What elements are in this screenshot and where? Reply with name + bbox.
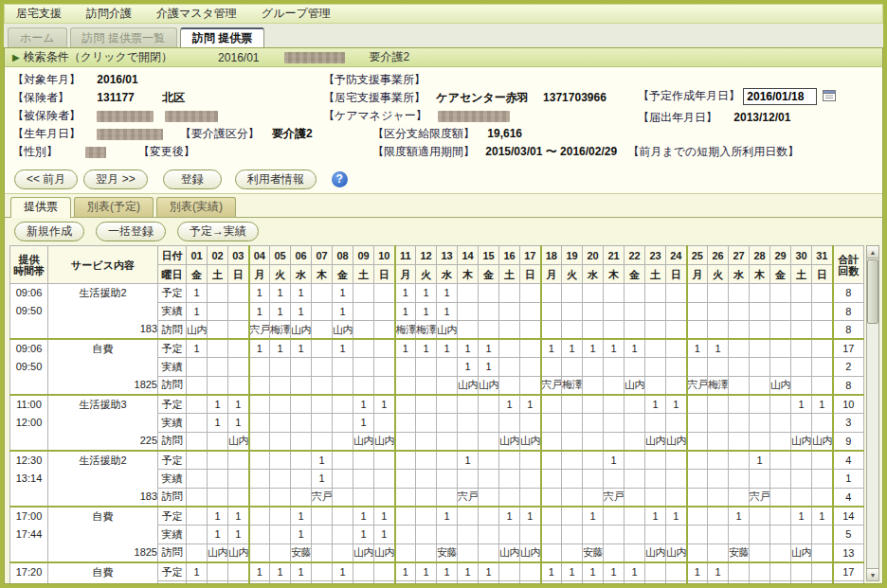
- visit-day-cell[interactable]: [437, 488, 458, 507]
- actual-day-cell[interactable]: [249, 470, 270, 489]
- actual-day-cell[interactable]: [729, 581, 750, 583]
- visit-day-cell[interactable]: [770, 321, 791, 340]
- plan-day-cell[interactable]: [312, 507, 333, 526]
- visit-day-cell[interactable]: [353, 376, 374, 395]
- visit-day-cell[interactable]: 山内: [458, 376, 479, 395]
- visit-day-cell[interactable]: 山内: [437, 321, 458, 340]
- plan-day-cell[interactable]: 1: [708, 562, 729, 581]
- visit-day-cell[interactable]: [437, 432, 458, 451]
- plan-day-cell[interactable]: [708, 507, 729, 526]
- visit-day-cell[interactable]: [228, 488, 249, 507]
- plan-day-cell[interactable]: [729, 451, 750, 470]
- actual-day-cell[interactable]: [625, 470, 645, 489]
- visit-day-cell[interactable]: [458, 432, 479, 451]
- plan-day-cell[interactable]: [520, 284, 541, 303]
- plan-day-cell[interactable]: [666, 284, 687, 303]
- plan-day-cell[interactable]: [520, 562, 541, 581]
- visit-day-cell[interactable]: 山内: [791, 543, 812, 562]
- actual-day-cell[interactable]: [583, 414, 604, 433]
- visit-day-cell[interactable]: [562, 488, 583, 507]
- actual-day-cell[interactable]: [791, 358, 812, 377]
- visit-day-cell[interactable]: 宍戸: [312, 488, 333, 507]
- actual-day-cell[interactable]: [770, 470, 791, 489]
- visit-day-cell[interactable]: [729, 432, 750, 451]
- plan-day-cell[interactable]: [791, 339, 812, 358]
- visit-day-cell[interactable]: 山内: [374, 432, 395, 451]
- visit-day-cell[interactable]: 梅澤: [708, 376, 729, 395]
- plan-day-cell[interactable]: [437, 395, 458, 414]
- plan-day-cell[interactable]: 1: [458, 451, 479, 470]
- plan-day-cell[interactable]: 1: [499, 395, 520, 414]
- visit-day-cell[interactable]: 山内: [770, 376, 791, 395]
- actual-day-cell[interactable]: [729, 414, 750, 433]
- actual-day-cell[interactable]: [604, 302, 625, 321]
- actual-day-cell[interactable]: [750, 526, 770, 544]
- plan-day-cell[interactable]: [812, 339, 833, 358]
- plan-day-cell[interactable]: [583, 395, 604, 414]
- actual-day-cell[interactable]: [291, 414, 312, 433]
- actual-day-cell[interactable]: [520, 470, 541, 489]
- actual-day-cell[interactable]: [291, 358, 312, 377]
- scrollbar-thumb[interactable]: [867, 259, 878, 324]
- visit-day-cell[interactable]: 山内: [353, 432, 374, 451]
- plan-day-cell[interactable]: [416, 395, 437, 414]
- actual-day-cell[interactable]: [479, 470, 499, 489]
- actual-day-cell[interactable]: [312, 581, 333, 583]
- tab-provision-list[interactable]: 訪問 提供票一覧: [70, 27, 177, 47]
- visit-day-cell[interactable]: [249, 432, 270, 451]
- plan-day-cell[interactable]: [208, 284, 228, 303]
- visit-day-cell[interactable]: [729, 321, 750, 340]
- visit-day-cell[interactable]: [812, 488, 833, 507]
- actual-day-cell[interactable]: 1: [291, 526, 312, 544]
- plan-day-cell[interactable]: [374, 284, 395, 303]
- actual-day-cell[interactable]: 1: [353, 414, 374, 433]
- actual-day-cell[interactable]: [541, 470, 562, 489]
- plan-day-cell[interactable]: 1: [291, 339, 312, 358]
- visit-day-cell[interactable]: [625, 488, 645, 507]
- actual-day-cell[interactable]: [395, 470, 416, 489]
- actual-day-cell[interactable]: [645, 414, 666, 433]
- visit-day-cell[interactable]: [729, 488, 750, 507]
- actual-day-cell[interactable]: 1: [208, 414, 228, 433]
- visit-day-cell[interactable]: 安藤: [583, 543, 604, 562]
- actual-day-cell[interactable]: [770, 581, 791, 583]
- plan-day-cell[interactable]: [562, 284, 583, 303]
- visit-day-cell[interactable]: 宍戸: [458, 488, 479, 507]
- actual-day-cell[interactable]: [812, 470, 833, 489]
- actual-day-cell[interactable]: [645, 526, 666, 544]
- plan-day-cell[interactable]: [770, 562, 791, 581]
- plan-day-cell[interactable]: 1: [312, 451, 333, 470]
- actual-day-cell[interactable]: [270, 526, 291, 544]
- visit-day-cell[interactable]: [750, 321, 770, 340]
- vertical-scrollbar[interactable]: ▲ ▼: [866, 245, 879, 581]
- actual-day-cell[interactable]: [499, 526, 520, 544]
- actual-day-cell[interactable]: [208, 358, 228, 377]
- visit-day-cell[interactable]: [312, 376, 333, 395]
- visit-day-cell[interactable]: [666, 321, 687, 340]
- plan-day-cell[interactable]: 1: [687, 339, 708, 358]
- actual-day-cell[interactable]: [729, 470, 750, 489]
- visit-day-cell[interactable]: [479, 488, 499, 507]
- visit-day-cell[interactable]: [750, 432, 770, 451]
- plan-day-cell[interactable]: [625, 395, 645, 414]
- actual-day-cell[interactable]: [228, 581, 249, 583]
- visit-day-cell[interactable]: [708, 432, 729, 451]
- plan-day-cell[interactable]: [270, 507, 291, 526]
- plan-day-cell[interactable]: [729, 339, 750, 358]
- actual-day-cell[interactable]: [541, 581, 562, 583]
- visit-day-cell[interactable]: [645, 488, 666, 507]
- plan-day-cell[interactable]: [750, 562, 770, 581]
- actual-day-cell[interactable]: [791, 302, 812, 321]
- actual-day-cell[interactable]: [437, 358, 458, 377]
- plan-day-cell[interactable]: 1: [791, 507, 812, 526]
- bulk-register-button[interactable]: 一括登録: [96, 222, 166, 241]
- plan-day-cell[interactable]: [770, 507, 791, 526]
- actual-day-cell[interactable]: 1: [437, 581, 458, 583]
- visit-day-cell[interactable]: 山内: [499, 432, 520, 451]
- actual-day-cell[interactable]: [374, 470, 395, 489]
- plan-day-cell[interactable]: [291, 451, 312, 470]
- plan-day-cell[interactable]: [395, 395, 416, 414]
- visit-day-cell[interactable]: [374, 376, 395, 395]
- actual-day-cell[interactable]: [208, 302, 228, 321]
- visit-day-cell[interactable]: [791, 321, 812, 340]
